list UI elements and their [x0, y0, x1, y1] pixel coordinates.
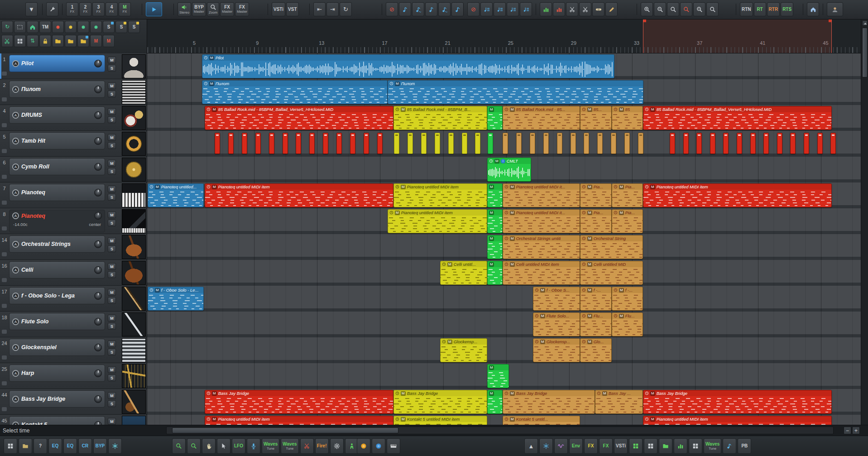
media-item[interactable]: M: [487, 183, 503, 207]
scroll-up-button[interactable]: [862, 20, 868, 26]
track-row-24[interactable]: 24AGlockenspielMS: [0, 337, 147, 363]
record-arm-button[interactable]: A: [12, 212, 19, 219]
solo-c[interactable]: S: [128, 21, 140, 33]
track-row-17[interactable]: 17Af - Oboe Solo - LegaMS: [0, 286, 147, 312]
mute-button[interactable]: M: [108, 134, 116, 141]
media-item-stab[interactable]: [503, 133, 508, 154]
master-zoom[interactable]: Zoom: [207, 2, 219, 16]
media-item[interactable]: MCelli untitled MIDI item: [503, 261, 580, 285]
routing-rt[interactable]: RT: [754, 2, 766, 16]
track-row-6[interactable]: 6ACymb RollMS: [0, 157, 147, 182]
track-row-1[interactable]: 1APilotMS: [0, 53, 147, 79]
screenset-1[interactable]: 1FX: [66, 2, 78, 16]
time-mode[interactable]: TM: [39, 21, 51, 33]
vsti-view[interactable]: VSTi: [614, 438, 628, 454]
pan-knob[interactable]: [94, 266, 102, 274]
record-arm-button[interactable]: A: [12, 422, 19, 425]
smart-select[interactable]: [217, 438, 230, 454]
track-row-4[interactable]: 4ADRUMSMS: [0, 105, 147, 131]
solo-button[interactable]: S: [108, 271, 116, 278]
razor-edit[interactable]: [1, 35, 13, 47]
master-stereo[interactable]: Stereo: [177, 2, 191, 16]
media-item-stab[interactable]: [777, 133, 782, 154]
media-item[interactable]: MPianoteq untitled MIDI it...: [503, 183, 580, 207]
timeline-ruler[interactable]: 59131721252933374145: [147, 19, 861, 53]
waves-tune-b[interactable]: WavesTune: [281, 438, 298, 454]
solo-button[interactable]: S: [108, 349, 116, 355]
midi-tool-4[interactable]: [438, 2, 451, 16]
media-item[interactable]: M: [487, 364, 509, 388]
pitch-bend[interactable]: PB: [738, 438, 751, 454]
media-item[interactable]: Mf -...: [580, 287, 612, 311]
media-item[interactable]: MFlu...: [580, 312, 612, 336]
zoom-in-button[interactable]: +: [852, 427, 860, 434]
env-shape[interactable]: [554, 438, 568, 454]
folder-b[interactable]: [65, 35, 77, 47]
solo-button[interactable]: S: [108, 245, 116, 252]
media-item-stab[interactable]: [296, 133, 301, 154]
solo-button[interactable]: S: [108, 400, 116, 407]
solo-button[interactable]: S: [108, 323, 116, 330]
media-item-stab[interactable]: [377, 133, 383, 154]
mute-button[interactable]: M: [108, 186, 116, 192]
midi-input-off[interactable]: ⊘: [386, 2, 398, 16]
media-item-stab[interactable]: [475, 133, 480, 154]
zoom-project[interactable]: [706, 2, 719, 16]
media-item[interactable]: MПилот: [388, 80, 643, 104]
media-item-stab[interactable]: [571, 133, 576, 154]
zoom-in-h[interactable]: [641, 2, 653, 16]
media-item[interactable]: MGlockensp...: [533, 338, 580, 362]
media-item-stab[interactable]: [670, 133, 675, 154]
media-item-stab[interactable]: [269, 133, 274, 154]
hand-scroll[interactable]: [202, 438, 216, 454]
record-arm-button[interactable]: A: [12, 241, 19, 248]
nudge[interactable]: ⇅: [27, 35, 38, 47]
track-name-box[interactable]: ADRUMS: [9, 106, 105, 124]
lock-toggle[interactable]: [39, 35, 51, 47]
track-row-16[interactable]: 16ACelliMS: [0, 260, 147, 286]
track-name-box[interactable]: AFlute Solo: [9, 313, 105, 330]
media-item[interactable]: MPia...: [612, 209, 643, 233]
midi-erase[interactable]: ⊘: [467, 2, 480, 16]
mic-input[interactable]: [247, 438, 260, 454]
meter-b[interactable]: [553, 2, 565, 16]
fire[interactable]: Fire!: [315, 438, 329, 454]
options[interactable]: [46, 2, 58, 16]
track-name-box[interactable]: ABass Jay Bridge: [9, 390, 105, 408]
mute-button[interactable]: M: [108, 160, 116, 167]
media-item-stab[interactable]: [530, 133, 535, 154]
logo-blue[interactable]: [372, 438, 385, 454]
record-arm-button[interactable]: A: [12, 267, 19, 274]
record-arm-button[interactable]: A: [12, 318, 19, 325]
media-item-stab[interactable]: [336, 133, 342, 154]
rec-mode[interactable]: [52, 21, 64, 33]
pan-knob[interactable]: [94, 344, 102, 351]
solo-button[interactable]: S: [108, 297, 116, 304]
zoom-out-button[interactable]: −: [844, 427, 851, 434]
media-item[interactable]: MPianoteq untitled MIDI item: [205, 183, 393, 207]
record-arm-button[interactable]: A: [12, 293, 19, 299]
vertical-scroll-thumb[interactable]: [862, 28, 868, 77]
mute-button[interactable]: M: [108, 237, 116, 244]
zoom-out-project[interactable]: [693, 2, 705, 16]
dock-up[interactable]: ▲: [524, 438, 538, 454]
media-item[interactable]: MiCMLT: [487, 158, 531, 182]
mute-button[interactable]: M: [108, 108, 116, 115]
time-selection[interactable]: [643, 19, 832, 53]
solo-button[interactable]: S: [108, 142, 116, 149]
pan-knob[interactable]: [94, 318, 102, 326]
media-item-stab[interactable]: [543, 133, 549, 154]
fx-a[interactable]: FX: [584, 438, 598, 454]
pan-knob[interactable]: [94, 163, 102, 171]
solo-a[interactable]: S: [103, 21, 115, 33]
waves-tune-c[interactable]: WavesTune: [704, 438, 721, 454]
env-toggle[interactable]: Env: [569, 438, 583, 454]
mute-button[interactable]: M: [108, 289, 116, 296]
track-name-box[interactable]: AKontakt 5: [9, 416, 105, 425]
media-item[interactable]: MPianoteq untitled MIDI item: [643, 416, 832, 425]
mute-button[interactable]: M: [108, 418, 116, 425]
media-item[interactable]: MPianoteq untitled MIDI item: [393, 183, 487, 207]
record-arm-button[interactable]: A: [12, 86, 19, 93]
media-item[interactable]: MPianoteq untitled MIDI it...: [503, 209, 580, 233]
track-name-box[interactable]: APianoteq: [9, 184, 105, 201]
